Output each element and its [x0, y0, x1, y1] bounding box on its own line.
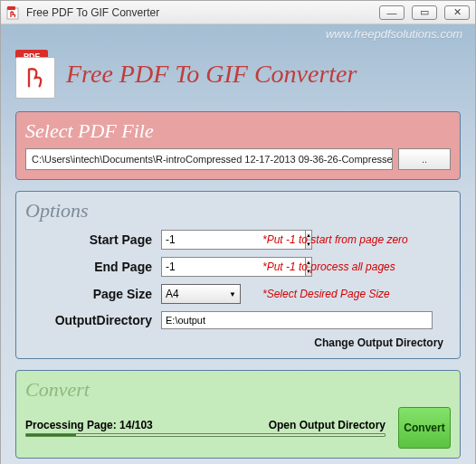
convert-title: Convert: [25, 378, 451, 402]
banner: PDF Free PDF To GIF Converter: [15, 50, 461, 99]
convert-panel: Convert Processing Page: 14/103 Open Out…: [15, 370, 461, 459]
page-size-value: A4: [166, 288, 179, 300]
browse-button[interactable]: ..: [398, 148, 451, 170]
svg-rect-1: [7, 6, 15, 10]
output-dir-input[interactable]: E:\output: [161, 311, 433, 329]
end-page-row: End Page ▲▼ *Put -1 to process all pages: [25, 257, 451, 277]
chevron-down-icon: ▼: [229, 290, 236, 298]
client-area: www.freepdfsolutions.com PDF Free PDF To…: [1, 24, 475, 464]
change-output-directory-link[interactable]: Change Output Directory: [25, 336, 451, 349]
start-page-label: Start Page: [25, 232, 161, 247]
start-page-hint: *Put -1 to start from page zero: [262, 233, 408, 246]
open-output-directory-link[interactable]: Open Output Directory: [269, 419, 386, 431]
processing-status: Processing Page: 14/103: [25, 419, 153, 431]
minimize-button[interactable]: —: [379, 5, 405, 20]
page-size-hint: *Select Desired Page Size: [262, 288, 390, 300]
top-bar: www.freepdfsolutions.com: [10, 24, 466, 46]
title-bar: Free PDF To GIF Converter — ▭ ✕: [1, 1, 475, 24]
pdf-path-input[interactable]: C:\Users\intech\Documents\R-introCompres…: [25, 148, 393, 170]
window-title: Free PDF To GIF Converter: [26, 6, 379, 19]
app-icon: [6, 5, 21, 20]
maximize-button[interactable]: ▭: [412, 5, 437, 20]
convert-button[interactable]: Convert: [398, 407, 451, 449]
watermark-url: www.freepdfsolutions.com: [326, 27, 462, 41]
start-page-row: Start Page ▲▼ *Put -1 to start from page…: [25, 230, 451, 250]
banner-title: Free PDF To GIF Converter: [66, 60, 357, 89]
output-dir-row: OutputDirectory E:\output: [25, 311, 451, 329]
options-panel: Options Start Page ▲▼ *Put -1 to start f…: [15, 191, 461, 359]
end-page-hint: *Put -1 to process all pages: [262, 260, 395, 273]
close-button[interactable]: ✕: [444, 5, 470, 20]
page-size-label: Page Size: [25, 287, 161, 301]
pdf-file-icon: PDF: [15, 50, 55, 99]
end-page-label: End Page: [25, 260, 161, 274]
options-title: Options: [25, 199, 451, 223]
window-buttons: — ▭ ✕: [379, 5, 470, 20]
output-dir-label: OutputDirectory: [25, 313, 161, 327]
app-window: Free PDF To GIF Converter — ▭ ✕ www.free…: [0, 0, 476, 464]
page-size-select[interactable]: A4 ▼: [161, 284, 241, 304]
select-pdf-title: Select PDF File: [25, 119, 451, 143]
page-size-row: Page Size A4 ▼ *Select Desired Page Size: [25, 284, 451, 304]
select-pdf-panel: Select PDF File C:\Users\intech\Document…: [15, 111, 461, 180]
progress-bar: [25, 433, 386, 437]
